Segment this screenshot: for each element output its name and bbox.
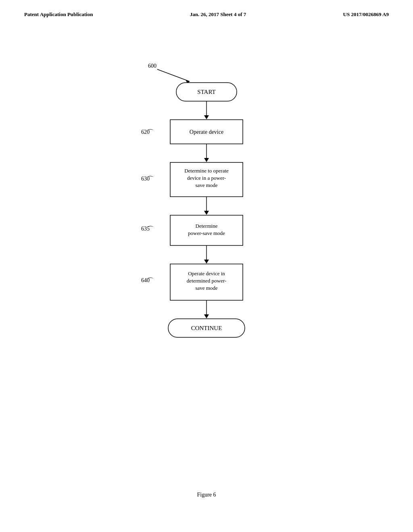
flowchart-svg: 600 START 620 ⌒ Operate device 630 ⌒ Det… [86,40,327,476]
diagram-number-label: 600 [148,63,156,69]
box-635-label-line2: power-save mode [188,230,225,236]
arrowhead-635-to-640 [204,260,209,264]
continue-label: CONTINUE [191,325,222,331]
header-center: Jan. 26, 2017 Sheet 4 of 7 [190,11,246,18]
box-640-label-line3: save mode [195,285,217,291]
arrowhead-630-to-635 [204,211,209,215]
box-640-label-line1: Operate device in [188,270,225,276]
step-630-symbol: ⌒ [147,175,154,183]
box-630-label-line3: save mode [195,182,217,188]
page-header: Patent Application Publication Jan. 26, … [0,0,413,18]
step-640-symbol: ⌒ [147,277,154,285]
figure-caption: Figure 6 [197,492,216,498]
diagram-entry-arrow-line [157,69,190,81]
arrowhead-start-to-620 [204,115,209,119]
diagram-container: 600 START 620 ⌒ Operate device 630 ⌒ Det… [0,40,413,498]
arrowhead-620-to-630 [204,158,209,162]
header-left: Patent Application Publication [24,11,93,18]
step-635-symbol: ⌒ [147,225,154,233]
box-630-label-line1: Determine to operate [184,168,229,174]
arrowhead-640-to-continue [204,314,209,318]
start-label: START [197,89,215,95]
box-630-label-line2: device in a power- [187,175,226,181]
box-620-label: Operate device [190,129,223,135]
box-640-label-line2: determined power- [187,278,226,284]
step-620-symbol: ⌒ [147,129,154,137]
header-right: US 2017/0026869 A9 [343,11,389,18]
box-635-label-line1: Determine [196,223,218,229]
